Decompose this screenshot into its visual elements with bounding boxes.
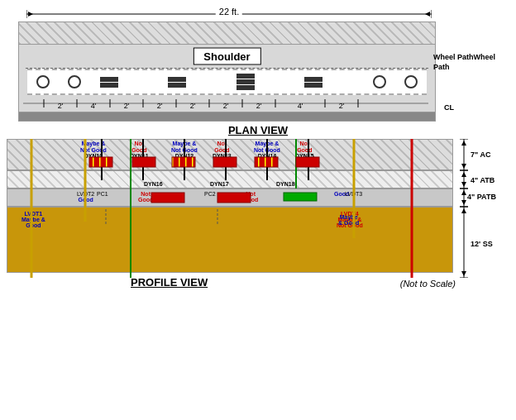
- svg-marker-4: [425, 12, 430, 17]
- svg-rect-38: [132, 157, 155, 167]
- sub-dim-row: 2' 4' 2' 2' 2' 2' 2' 4' 2': [23, 95, 431, 112]
- svg-text:4': 4': [91, 102, 97, 110]
- main-container: 22 ft. Shoulder: [0, 0, 516, 420]
- sensor-bar: [168, 77, 186, 82]
- svg-rect-37: [89, 157, 112, 167]
- right-dimensions: 7" AC 4" ATB 4" PATB: [456, 139, 509, 278]
- svg-text:2': 2': [157, 102, 163, 110]
- svg-rect-43: [151, 193, 184, 203]
- svg-text:7" AC: 7" AC: [471, 150, 491, 159]
- top-hatch: [18, 21, 436, 45]
- sensor-bar: [100, 77, 118, 82]
- road-body: Shoulder: [18, 45, 436, 112]
- svg-marker-71: [461, 208, 466, 213]
- bottom-hatch: [18, 112, 436, 122]
- svg-rect-40: [213, 157, 236, 167]
- svg-text:4': 4': [298, 102, 303, 110]
- sensor-bars-4: [304, 77, 322, 88]
- sensor-bar: [168, 83, 186, 88]
- profile-diagram: Maybe &Not GoodDYN10 NotGoodDYN11 Maybe …: [7, 139, 453, 273]
- sensor-circle-3: [373, 75, 386, 88]
- svg-text:2': 2': [223, 102, 229, 110]
- svg-text:2': 2': [339, 102, 345, 110]
- sensor-bar: [236, 85, 255, 90]
- svg-rect-39: [172, 157, 195, 167]
- svg-marker-60: [461, 182, 466, 187]
- svg-text:4" PATB: 4" PATB: [467, 193, 496, 201]
- plan-view-title: PLAN VIEW: [18, 124, 498, 136]
- svg-text:2': 2': [124, 102, 130, 110]
- sensor-bars-2: [168, 77, 186, 88]
- plan-view-section: 22 ft. Shoulder: [18, 7, 498, 136]
- sensor-bars-3: [236, 74, 255, 90]
- profile-view-section: Maybe &Not GoodDYN10 NotGoodDYN11 Maybe …: [7, 139, 509, 289]
- profile-view-title: PROFILE VIEW: [131, 276, 208, 289]
- svg-text:2': 2': [190, 102, 196, 110]
- svg-marker-59: [461, 172, 466, 177]
- svg-marker-66: [461, 200, 466, 205]
- svg-rect-45: [284, 193, 317, 201]
- sensor-circle-2: [68, 75, 81, 88]
- svg-rect-41: [255, 157, 278, 167]
- total-dimension: 22 ft.: [26, 7, 432, 21]
- sensor-circle-1: [36, 75, 50, 88]
- cl-label: CL: [444, 103, 454, 112]
- sensor-bar: [236, 74, 255, 79]
- sensor-bar: [304, 77, 322, 82]
- sensor-bar: [304, 83, 322, 88]
- svg-marker-53: [461, 141, 466, 146]
- shoulder-area: Shoulder: [19, 45, 435, 68]
- sensor-bars-1: [100, 77, 118, 88]
- road-cross-section: Shoulder: [18, 21, 436, 122]
- sensor-bar: [100, 83, 118, 88]
- svg-text:2': 2': [58, 102, 64, 110]
- sensors-strip: [27, 69, 427, 95]
- wheel-path-label: Wheel PathWheelPath: [433, 53, 495, 72]
- not-to-scale-label: (Not to Scale): [400, 279, 456, 289]
- svg-text:4" ATB: 4" ATB: [471, 176, 495, 184]
- svg-rect-44: [217, 193, 251, 203]
- svg-marker-65: [461, 190, 466, 195]
- svg-text:12' SS: 12' SS: [471, 240, 493, 248]
- svg-marker-54: [461, 164, 466, 169]
- svg-rect-42: [296, 157, 319, 167]
- total-width-label: 22 ft.: [216, 7, 242, 17]
- svg-marker-3: [28, 12, 33, 17]
- svg-text:2': 2': [256, 102, 262, 110]
- sensor-bar: [236, 79, 255, 84]
- sensor-circle-4: [404, 75, 418, 88]
- shoulder-label: Shoulder: [193, 48, 260, 65]
- profile-body-wrapper: Maybe &Not GoodDYN10 NotGoodDYN11 Maybe …: [7, 139, 509, 273]
